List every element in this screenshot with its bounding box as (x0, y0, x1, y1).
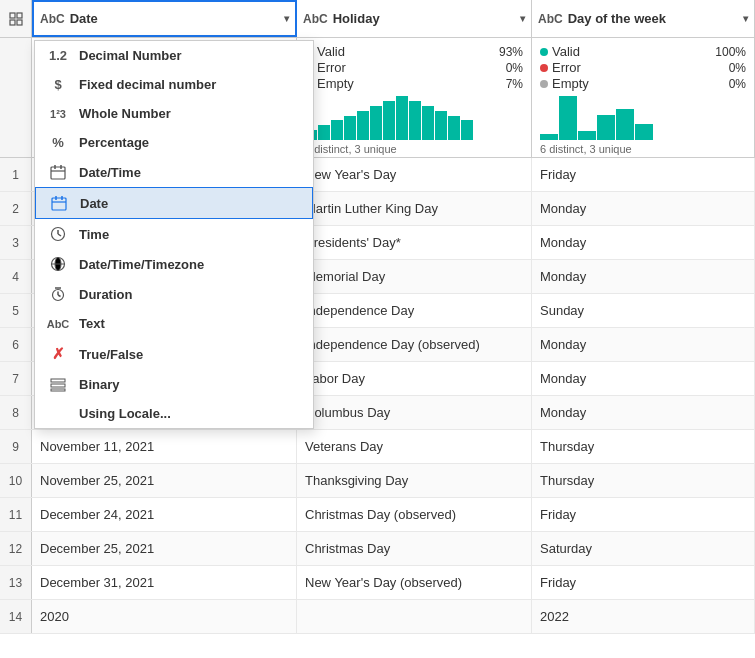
dow-empty-dot (540, 80, 548, 88)
stats-dayofweek: Valid 100% Error 0% Empty 0% 6 distinct,… (532, 38, 755, 157)
row-num-cell: 5 (0, 294, 32, 327)
menu-item-datetime[interactable]: Date/Time (35, 157, 313, 187)
row-num-cell: 1 (0, 158, 32, 191)
table-row[interactable]: 13 December 31, 2021 New Year's Day (obs… (0, 566, 755, 600)
table-row[interactable]: 11 December 24, 2021 Christmas Day (obse… (0, 498, 755, 532)
row-num-cell: 8 (0, 396, 32, 429)
holiday-cell (297, 600, 532, 633)
table-row[interactable]: 9 November 11, 2021 Veterans Day Thursda… (0, 430, 755, 464)
fixed-decimal-icon: $ (47, 77, 69, 92)
dayofweek-cell: Sunday (532, 294, 755, 327)
menu-item-percentage-label: Percentage (79, 135, 149, 150)
text-icon: AbC (47, 318, 69, 330)
chart-bar (370, 106, 382, 140)
dow-distinct: 6 distinct, 3 unique (540, 143, 746, 155)
menu-item-duration[interactable]: Duration (35, 279, 313, 309)
dow-empty-label: Empty (552, 76, 589, 91)
row-num-cell: 14 (0, 600, 32, 633)
chart-bar (597, 115, 615, 140)
menu-item-locale[interactable]: Using Locale... (35, 399, 313, 428)
menu-item-truefalse[interactable]: ✗ True/False (35, 338, 313, 370)
menu-item-text[interactable]: AbC Text (35, 309, 313, 338)
svg-line-14 (58, 234, 61, 236)
chart-bar (635, 124, 653, 140)
dayofweek-cell: Saturday (532, 532, 755, 565)
svg-rect-3 (17, 20, 22, 25)
holiday-cell: Christmas Day (observed) (297, 498, 532, 531)
menu-item-truefalse-label: True/False (79, 347, 143, 362)
menu-item-binary[interactable]: Binary (35, 370, 313, 399)
row-num-cell: 7 (0, 362, 32, 395)
date-cell: November 11, 2021 (32, 430, 297, 463)
svg-rect-24 (51, 389, 65, 391)
menu-item-time[interactable]: Time (35, 219, 313, 249)
holiday-cell: Christmas Day (297, 532, 532, 565)
chart-bar (396, 96, 408, 140)
holiday-cell: Memorial Day (297, 260, 532, 293)
datetime-timezone-icon (47, 256, 69, 272)
svg-rect-0 (10, 13, 15, 18)
dayofweek-col-arrow[interactable]: ▾ (743, 13, 748, 24)
holiday-type-icon: AbC (303, 12, 328, 26)
table-row[interactable]: 14 2020 2022 (0, 600, 755, 634)
percentage-icon: % (47, 135, 69, 150)
chart-bar (578, 131, 596, 140)
holiday-valid-value: 93% (499, 45, 523, 59)
holiday-chart (305, 96, 523, 140)
menu-item-datetime-timezone[interactable]: Date/Time/Timezone (35, 249, 313, 279)
time-icon (47, 226, 69, 242)
menu-item-date[interactable]: Date (35, 187, 313, 219)
whole-number-icon: 1²3 (47, 108, 69, 120)
col-header-date[interactable]: AbC Date ▾ 1.2 Decimal Number $ Fixed de… (32, 0, 297, 37)
row-num-cell: 6 (0, 328, 32, 361)
holiday-valid-label: Valid (317, 44, 345, 59)
truefalse-icon: ✗ (47, 345, 69, 363)
dow-valid-dot (540, 48, 548, 56)
dow-chart (540, 96, 746, 140)
svg-rect-4 (51, 167, 65, 179)
holiday-col-arrow[interactable]: ▾ (520, 13, 525, 24)
col-header-holiday[interactable]: AbC Holiday ▾ (297, 0, 532, 37)
menu-item-duration-label: Duration (79, 287, 132, 302)
dow-error-value: 0% (729, 61, 746, 75)
row-num-cell: 10 (0, 464, 32, 497)
col-header-dayofweek[interactable]: AbC Day of the week ▾ (532, 0, 755, 37)
dayofweek-cell: Monday (532, 362, 755, 395)
date-icon (48, 195, 70, 211)
table-row[interactable]: 12 December 25, 2021 Christmas Day Satur… (0, 532, 755, 566)
dayofweek-cell: Monday (532, 260, 755, 293)
table-row[interactable]: 10 November 25, 2021 Thanksgiving Day Th… (0, 464, 755, 498)
chart-bar (422, 106, 434, 140)
menu-item-time-label: Time (79, 227, 109, 242)
dow-error-label: Error (552, 60, 581, 75)
holiday-cell: Martin Luther King Day (297, 192, 532, 225)
dayofweek-cell: Friday (532, 158, 755, 191)
holiday-col-label: Holiday (333, 11, 380, 26)
chart-bar (331, 120, 343, 140)
dayofweek-cell: 2022 (532, 600, 755, 633)
dow-empty-value: 0% (729, 77, 746, 91)
date-col-label: Date (70, 11, 98, 26)
chart-bar (616, 109, 634, 140)
binary-icon (47, 378, 69, 392)
holiday-cell: Columbus Day (297, 396, 532, 429)
holiday-cell: Veterans Day (297, 430, 532, 463)
row-num-stats (0, 38, 32, 157)
chart-bar (318, 125, 330, 140)
chart-bar (559, 96, 577, 140)
row-num-cell: 12 (0, 532, 32, 565)
menu-item-decimal[interactable]: 1.2 Decimal Number (35, 41, 313, 70)
svg-rect-1 (17, 13, 22, 18)
chart-bar (435, 111, 447, 140)
chart-bar (448, 116, 460, 140)
duration-icon (47, 286, 69, 302)
date-col-arrow[interactable]: ▾ (284, 13, 289, 24)
menu-item-percentage[interactable]: % Percentage (35, 128, 313, 157)
svg-rect-23 (51, 384, 65, 387)
stats-holiday: Valid 93% Error 0% Empty 7% 6 distinct, … (297, 38, 532, 157)
dow-valid-label: Valid (552, 44, 580, 59)
menu-item-fixed-decimal[interactable]: $ Fixed decimal number (35, 70, 313, 99)
menu-item-whole-number[interactable]: 1²3 Whole Number (35, 99, 313, 128)
svg-rect-8 (52, 198, 66, 210)
dow-error-dot (540, 64, 548, 72)
